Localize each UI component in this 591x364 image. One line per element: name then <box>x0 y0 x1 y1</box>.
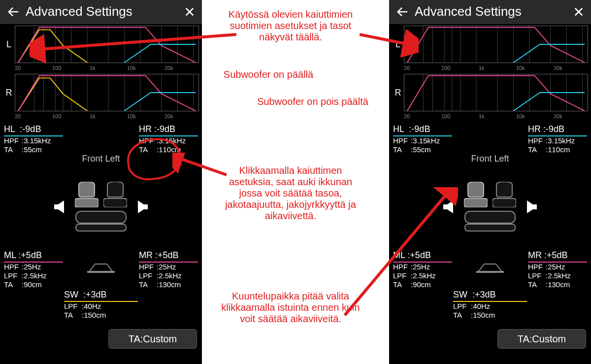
chart-r-label: R <box>392 88 404 98</box>
seat-front-left[interactable] <box>464 182 488 207</box>
phone-left: Advanced Settings L 20100 1k10k 20k R 20… <box>0 0 202 364</box>
chart-r-label: R <box>3 88 15 98</box>
back-icon[interactable] <box>6 4 21 19</box>
speaker-layout: HL :-9dB HPF3.15kHz TA55cm HR :-9dB HPF3… <box>0 122 202 354</box>
chart-right-R[interactable] <box>404 74 588 111</box>
close-icon[interactable] <box>183 5 196 18</box>
seat-front-right[interactable] <box>103 182 127 207</box>
svg-rect-25 <box>76 224 126 231</box>
phone-right: Advanced Settings L 20100 1k10k 20k R 20… <box>389 0 591 364</box>
speaker-layout: HL :-9dB HPF3.15kHz TA55cm HR :-9dB HPF3… <box>389 122 591 354</box>
chart-left-L[interactable] <box>15 26 199 63</box>
annotation-text-sub-on: Subwoofer on päällä <box>204 69 332 80</box>
speaker-left-icon[interactable] <box>442 199 460 214</box>
selected-speaker-label: Front Left <box>0 154 202 164</box>
speaker-right-icon[interactable] <box>131 199 149 214</box>
svg-rect-26 <box>87 271 115 273</box>
page-title: Advanced Settings <box>26 4 178 19</box>
page-title: Advanced Settings <box>415 4 567 19</box>
crossover-charts: L 20100 1k10k 20k R 20100 1k10k 20k <box>0 24 202 122</box>
svg-rect-53 <box>476 271 504 273</box>
svg-rect-51 <box>465 211 515 223</box>
chart-xticks: 20100 1k10k 20k <box>0 113 202 122</box>
speaker-block-HR[interactable]: HR :-9dB HPF3.15kHz TA110cm <box>139 124 198 154</box>
speaker-block-SW[interactable]: SW :+3dB LPF40Hz TA150cm <box>64 290 138 320</box>
annotation-text-1: Käytössä olevien kaiuttimien suotimien a… <box>217 9 364 43</box>
annotation-text-4: Kuuntelupaikka pitää valita klikkaamalla… <box>219 291 362 325</box>
ta-mode-button[interactable]: TA:Custom <box>108 329 197 349</box>
chart-xticks: 20100 1k10k 20k <box>0 65 202 74</box>
seat-rear-bench[interactable] <box>464 210 516 232</box>
car-seats <box>0 167 202 246</box>
speaker-block-HL[interactable]: HL :-9dB HPF3.15kHz TA55cm <box>393 124 452 154</box>
svg-rect-24 <box>76 211 126 223</box>
speaker-block-HL[interactable]: HL :-9dB HPF3.15kHz TA55cm <box>4 124 63 154</box>
speaker-left-icon[interactable] <box>53 199 71 214</box>
seat-front-right[interactable] <box>492 182 516 207</box>
ta-mode-button[interactable]: TA:Custom <box>497 329 586 349</box>
speaker-right-icon[interactable] <box>520 199 538 214</box>
selected-speaker-label: Front Left <box>389 154 591 164</box>
subwoofer-icon[interactable] <box>0 262 202 274</box>
chart-right-L[interactable] <box>404 26 588 63</box>
annotation-text-3: Klikkaamalla kaiuttimen asetuksia, saat … <box>219 165 362 222</box>
close-icon[interactable] <box>572 5 585 18</box>
chart-l-label: L <box>392 39 404 50</box>
chart-left-R[interactable] <box>15 74 199 111</box>
crossover-charts: L 20100 1k10k 20k R 20100 1k10k 20k <box>389 24 591 122</box>
svg-rect-52 <box>465 224 515 231</box>
chart-xticks: 20100 1k10k 20k <box>389 65 591 74</box>
chart-l-label: L <box>3 39 15 50</box>
seat-rear-bench[interactable] <box>75 210 127 232</box>
speaker-block-HR[interactable]: HR :-9dB HPF3.15kHz TA110cm <box>528 124 587 154</box>
subwoofer-icon[interactable] <box>389 262 591 274</box>
annotation-text-sub-off: Subwoofer on pois päältä <box>241 96 384 107</box>
header: Advanced Settings <box>0 0 202 24</box>
speaker-block-SW[interactable]: SW :+3dB LPF40Hz TA150cm <box>453 290 527 320</box>
back-icon[interactable] <box>395 4 410 19</box>
header: Advanced Settings <box>389 0 591 24</box>
chart-xticks: 20100 1k10k 20k <box>389 113 591 122</box>
seat-front-left[interactable] <box>75 182 98 207</box>
car-seats <box>389 167 591 246</box>
